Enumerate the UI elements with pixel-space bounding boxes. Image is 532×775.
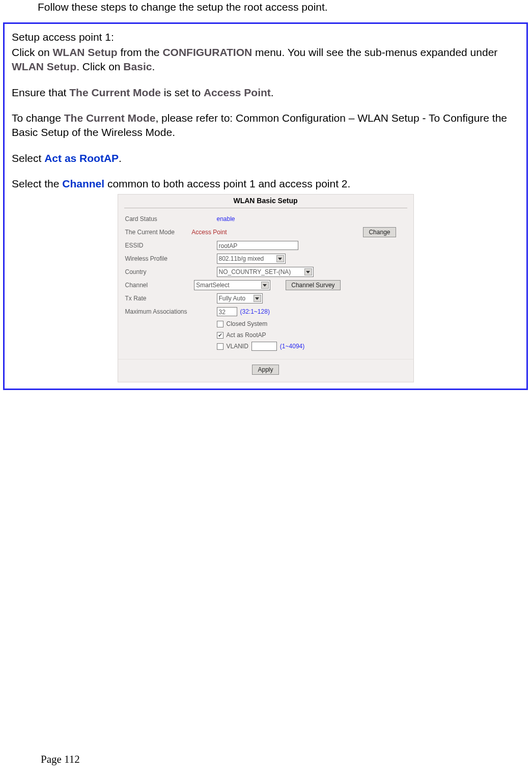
- essid-input[interactable]: rootAP: [217, 241, 298, 250]
- act-as-rootap-label: Act as RootAP: [227, 331, 266, 339]
- closed-system-checkbox[interactable]: [217, 321, 223, 327]
- label-essid: ESSID: [125, 242, 217, 249]
- channel-survey-button[interactable]: Channel Survey: [286, 280, 340, 290]
- label-channel: Channel: [125, 282, 194, 289]
- act-as-rootap-checkbox[interactable]: ✔: [217, 332, 223, 339]
- term-current-mode: The Current Mode: [69, 87, 161, 98]
- row-channel: Channel SmartSelect Channel Survey: [125, 279, 406, 292]
- text: .: [119, 152, 122, 164]
- value-current-mode: Access Point: [191, 229, 227, 236]
- term-wlan-setup-2: WLAN Setup: [12, 61, 76, 72]
- row-wireless-profile: Wireless Profile 802.11b/g mixed: [125, 252, 406, 265]
- paragraph-1: Click on WLAN Setup from the CONFIGURATI…: [12, 45, 519, 74]
- panel-title-row: WLAN Basic Setup: [118, 195, 413, 206]
- row-current-mode: The Current Mode Access Point Change: [125, 226, 406, 239]
- paragraph-5: Select the Channel common to both access…: [12, 177, 519, 191]
- term-channel: Channel: [62, 178, 104, 189]
- row-country: Country NO_COUNTRY_SET-(NA): [125, 265, 406, 279]
- text: Select: [12, 152, 44, 164]
- wlan-basic-setup-panel: WLAN Basic Setup Card Status enable The …: [118, 194, 414, 382]
- text: is set to: [161, 87, 204, 98]
- label-max-assoc: Maximum Associations: [125, 308, 217, 315]
- panel-title: WLAN Basic Setup: [233, 197, 297, 205]
- text: Click on: [12, 46, 53, 58]
- row-closed-system: Closed System: [217, 318, 406, 329]
- text: To change: [12, 112, 64, 124]
- paragraph-2: Ensure that The Current Mode is set to A…: [12, 86, 519, 100]
- apply-row: Apply: [118, 359, 413, 382]
- paragraph-4: Select Act as RootAP.: [12, 151, 519, 165]
- value-card-status: enable: [217, 215, 235, 223]
- term-configuration: CONFIGURATION: [162, 46, 252, 58]
- change-button[interactable]: Change: [363, 227, 396, 237]
- vlanid-checkbox[interactable]: [217, 343, 223, 350]
- term-access-point: Access Point: [204, 87, 271, 98]
- instruction-box: Setup access point 1: Click on WLAN Setu…: [3, 22, 528, 390]
- closed-system-label: Closed System: [227, 320, 268, 327]
- label-wireless-profile: Wireless Profile: [125, 255, 217, 262]
- vlanid-label: VLANID: [227, 343, 248, 350]
- row-card-status: Card Status enable: [125, 212, 406, 226]
- step-title: Setup access point 1:: [12, 31, 519, 43]
- text: .: [152, 61, 155, 72]
- vlanid-hint: (1~4094): [280, 343, 304, 350]
- text: from the: [118, 46, 163, 58]
- label-card-status: Card Status: [125, 215, 217, 223]
- label-tx-rate: Tx Rate: [125, 295, 217, 302]
- term-wlan-setup: WLAN Setup: [53, 46, 118, 58]
- label-country: Country: [125, 268, 217, 275]
- row-act-as-rootap: ✔ Act as RootAP: [217, 329, 406, 341]
- intro-text: Follow these steps to change the setup t…: [38, 1, 328, 13]
- text: .: [271, 87, 274, 98]
- text: menu. You will see the sub-menus expande…: [252, 46, 497, 58]
- row-max-assoc: Maximum Associations 32 (32:1~128): [125, 305, 406, 318]
- text: . Click on: [76, 61, 123, 72]
- vlanid-input[interactable]: [251, 342, 277, 351]
- max-assoc-hint: (32:1~128): [240, 308, 270, 315]
- term-basic: Basic: [123, 61, 152, 72]
- page-number: Page 112: [41, 753, 80, 766]
- channel-select[interactable]: SmartSelect: [194, 280, 270, 290]
- label-current-mode: The Current Mode: [125, 229, 192, 236]
- apply-button[interactable]: Apply: [252, 365, 278, 375]
- term-act-as-rootap: Act as RootAP: [44, 152, 119, 164]
- wireless-profile-select[interactable]: 802.11b/g mixed: [217, 254, 286, 264]
- paragraph-3: To change The Current Mode, please refer…: [12, 111, 519, 140]
- text: common to both access point 1 and access…: [104, 178, 350, 189]
- term-current-mode-2: The Current Mode: [64, 112, 156, 124]
- text: Select the: [12, 178, 62, 189]
- row-vlanid: VLANID (1~4094): [217, 341, 406, 352]
- country-select[interactable]: NO_COUNTRY_SET-(NA): [217, 267, 314, 277]
- row-essid: ESSID rootAP: [125, 239, 406, 252]
- row-tx-rate: Tx Rate Fully Auto: [125, 292, 406, 305]
- text: Ensure that: [12, 87, 69, 98]
- tx-rate-select[interactable]: Fully Auto: [217, 293, 263, 303]
- max-assoc-input[interactable]: 32: [217, 307, 237, 316]
